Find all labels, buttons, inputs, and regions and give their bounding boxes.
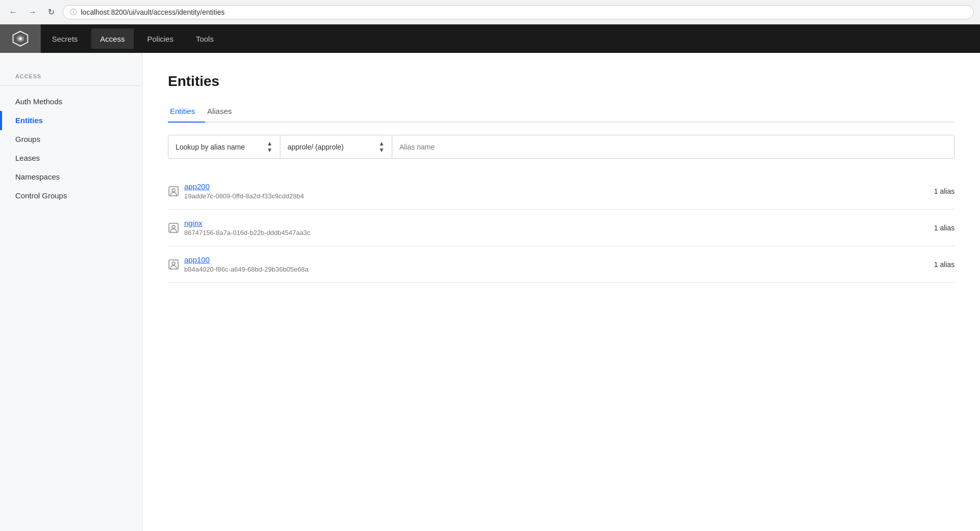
nav-secrets[interactable]: Secrets (41, 24, 89, 53)
entity-name[interactable]: app100 (184, 255, 924, 264)
top-nav-links: Secrets Access Policies Tools (41, 24, 225, 53)
tabs: Entities Aliases (168, 102, 955, 123)
forward-button[interactable]: → (25, 6, 40, 19)
entity-id: 86747156-8a7a-016d-b22b-dddb4547aa3c (184, 229, 924, 237)
entity-id: 19adde7c-0809-0ffd-8a2d-f33c9cdd28b4 (184, 192, 924, 200)
sidebar-section-label: Access (0, 73, 142, 85)
entity-name[interactable]: nginx (184, 219, 924, 227)
entity-name[interactable]: app200 (184, 182, 924, 191)
sidebar-item-namespaces[interactable]: Namespaces (0, 167, 142, 186)
svg-point-5 (172, 189, 175, 192)
reload-button[interactable]: ↻ (45, 5, 57, 19)
tab-entities[interactable]: Entities (168, 102, 205, 123)
entity-alias-count: 1 alias (934, 224, 955, 232)
nav-tools[interactable]: Tools (185, 24, 225, 53)
alias-name-input[interactable] (392, 135, 955, 159)
svg-point-9 (172, 262, 175, 265)
sidebar-item-groups[interactable]: Groups (0, 130, 142, 149)
lookup-type-chevron: ▲ ▼ (267, 140, 273, 153)
sidebar-item-wrapper-groups: Groups (0, 130, 142, 149)
entity-alias-count: 1 alias (934, 187, 955, 195)
lookup-type-select[interactable]: Lookup by alias name ▲ ▼ (168, 135, 280, 159)
svg-point-7 (172, 225, 175, 228)
sidebar-divider (0, 85, 142, 86)
entity-icon (168, 222, 179, 233)
main-layout: Access Auth Methods Entities Groups Leas… (0, 53, 980, 531)
sidebar-item-wrapper-auth-methods: Auth Methods (0, 92, 142, 111)
browser-bar: ← → ↻ ⓘ localhost:8200/ui/vault/access/i… (0, 0, 980, 24)
sidebar-item-wrapper-control-groups: Control Groups (0, 186, 142, 205)
page-title: Entities (168, 73, 955, 90)
url-text: localhost:8200/ui/vault/access/identity/… (81, 8, 225, 16)
table-row[interactable]: app100 b84a4020-f86c-a649-68bd-29b36b05e… (168, 246, 955, 283)
content-area: Entities Entities Aliases Lookup by alia… (142, 53, 980, 531)
sidebar-item-control-groups[interactable]: Control Groups (0, 186, 142, 205)
table-row[interactable]: nginx 86747156-8a7a-016d-b22b-dddb4547aa… (168, 210, 955, 246)
top-nav: Secrets Access Policies Tools (0, 24, 980, 53)
entity-info: nginx 86747156-8a7a-016d-b22b-dddb4547aa… (184, 219, 924, 237)
info-icon: ⓘ (70, 8, 77, 17)
entity-icon (168, 186, 179, 197)
sidebar-item-leases[interactable]: Leases (0, 149, 142, 167)
vault-logo-icon (11, 29, 30, 48)
tab-aliases[interactable]: Aliases (205, 102, 242, 123)
entity-alias-count: 1 alias (934, 260, 955, 269)
entity-info: app100 b84a4020-f86c-a649-68bd-29b36b05e… (184, 255, 924, 273)
active-indicator (0, 111, 2, 130)
sidebar: Access Auth Methods Entities Groups Leas… (0, 53, 142, 531)
entity-id: b84a4020-f86c-a649-68bd-29b36b05e68a (184, 266, 924, 273)
mount-select[interactable]: approle/ (approle) ▲ ▼ (280, 135, 392, 159)
vault-logo-container[interactable] (0, 24, 41, 53)
nav-policies[interactable]: Policies (136, 24, 185, 53)
table-row[interactable]: app200 19adde7c-0809-0ffd-8a2d-f33c9cdd2… (168, 173, 955, 210)
entity-list: app200 19adde7c-0809-0ffd-8a2d-f33c9cdd2… (168, 173, 955, 283)
mount-chevron: ▲ ▼ (379, 140, 385, 153)
address-bar[interactable]: ⓘ localhost:8200/ui/vault/access/identit… (63, 5, 974, 19)
sidebar-item-wrapper-entities: Entities (0, 111, 142, 130)
entity-info: app200 19adde7c-0809-0ffd-8a2d-f33c9cdd2… (184, 182, 924, 200)
lookup-type-label: Lookup by alias name (176, 143, 245, 151)
entity-icon (168, 259, 179, 270)
sidebar-item-entities[interactable]: Entities (0, 111, 142, 130)
sidebar-item-wrapper-leases: Leases (0, 149, 142, 167)
filter-bar: Lookup by alias name ▲ ▼ approle/ (appro… (168, 135, 955, 159)
back-button[interactable]: ← (6, 6, 20, 19)
nav-access[interactable]: Access (91, 28, 134, 49)
sidebar-item-wrapper-namespaces: Namespaces (0, 167, 142, 186)
mount-label: approle/ (approle) (287, 143, 344, 151)
sidebar-item-auth-methods[interactable]: Auth Methods (0, 92, 142, 111)
